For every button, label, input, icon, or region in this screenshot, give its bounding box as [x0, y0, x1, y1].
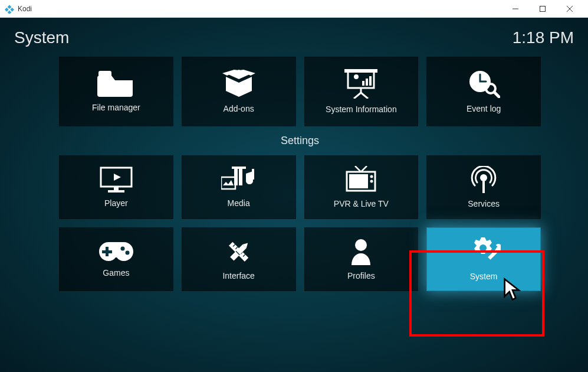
window-title: Kodi [18, 5, 502, 13]
cursor-icon [502, 278, 523, 301]
svg-point-45 [355, 239, 367, 251]
tile-label: System [470, 272, 498, 281]
tile-label: Player [104, 198, 128, 208]
svg-rect-22 [239, 168, 242, 185]
clock-search-icon [467, 70, 500, 98]
tile-label: Media [228, 198, 250, 208]
svg-rect-4 [98, 71, 111, 77]
svg-line-16 [494, 92, 499, 97]
tile-event-log[interactable]: Event log [426, 57, 541, 126]
svg-rect-6 [344, 69, 377, 73]
svg-rect-20 [221, 177, 235, 189]
gear-screwdriver-icon [467, 237, 501, 266]
app-viewport: System 1:18 PM File manager Add-ons Syst… [0, 18, 588, 372]
close-button[interactable] [556, 0, 583, 18]
tile-pvr[interactable]: PVR & Live TV [304, 155, 419, 219]
svg-point-36 [125, 251, 129, 255]
svg-line-12 [354, 93, 361, 99]
media-library-icon [221, 167, 257, 192]
tile-label: Interface [222, 271, 254, 280]
svg-rect-10 [369, 76, 372, 86]
svg-rect-21 [234, 168, 238, 185]
tile-games[interactable]: Games [59, 227, 173, 291]
breadcrumb: System [14, 28, 69, 47]
tile-label: Event log [467, 104, 501, 113]
tile-label: PVR & Live TV [334, 199, 389, 208]
svg-rect-24 [252, 169, 254, 180]
tile-label: System Information [326, 105, 397, 114]
svg-point-28 [370, 180, 373, 183]
kodi-logo-icon [5, 4, 14, 14]
box-open-icon [221, 70, 257, 98]
svg-rect-9 [366, 79, 368, 86]
tile-player[interactable]: Player [59, 155, 173, 219]
presentation-chart-icon [344, 69, 377, 99]
tile-profiles[interactable]: Profiles [304, 227, 419, 291]
settings-heading: Settings [59, 135, 541, 147]
svg-rect-26 [349, 174, 368, 188]
svg-point-27 [370, 175, 373, 178]
tile-system-info[interactable]: System Information [304, 57, 419, 126]
minimize-button[interactable] [502, 0, 529, 18]
svg-point-7 [354, 74, 359, 79]
svg-rect-8 [362, 81, 364, 86]
tile-label: Services [468, 199, 500, 208]
tile-label: Add-ons [224, 104, 254, 113]
tile-label: Games [103, 268, 129, 278]
gamepad-icon [98, 241, 134, 262]
window-titlebar: Kodi [0, 0, 588, 18]
play-screen-icon [100, 167, 133, 192]
tv-icon [344, 166, 377, 193]
broadcast-icon [469, 166, 498, 193]
svg-rect-18 [108, 190, 124, 192]
person-icon [349, 238, 373, 265]
tile-media[interactable]: Media [182, 155, 296, 219]
svg-line-13 [361, 93, 368, 99]
tile-label: File manager [92, 103, 140, 112]
folder-icon [97, 71, 135, 97]
tile-file-manager[interactable]: File manager [59, 57, 173, 126]
svg-rect-1 [540, 6, 546, 11]
tile-addons[interactable]: Add-ons [182, 57, 296, 126]
svg-rect-34 [102, 250, 112, 253]
ruler-pencil-icon [224, 238, 254, 265]
tile-services[interactable]: Services [426, 155, 541, 219]
svg-rect-32 [482, 180, 485, 193]
tile-label: Profiles [347, 271, 375, 280]
clock: 1:18 PM [513, 28, 574, 47]
tile-interface[interactable]: Interface [182, 227, 296, 291]
svg-rect-23 [232, 167, 246, 169]
tile-system[interactable]: System [426, 227, 541, 291]
maximize-button[interactable] [529, 0, 556, 18]
svg-rect-19 [114, 187, 119, 190]
svg-point-46 [479, 244, 487, 252]
svg-point-35 [120, 247, 124, 251]
